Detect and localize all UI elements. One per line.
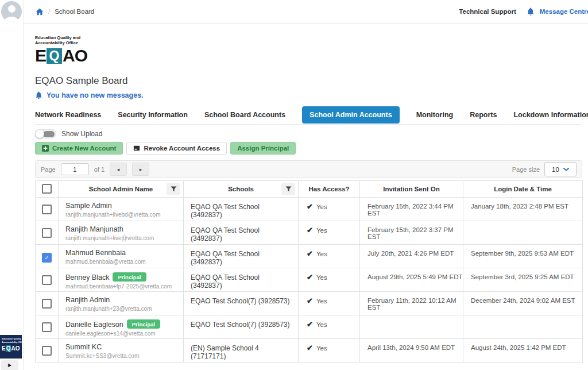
next-page-button[interactable]: ▸ <box>132 163 149 176</box>
eqao-q-square: Q <box>47 48 62 64</box>
table-row: Sample Adminranjith.manjunath+livebd@vre… <box>36 198 583 221</box>
table-row: Summit KCSummit.kc+SS3@vretta.com(EN) Sa… <box>36 339 583 363</box>
no-messages-text: You have no new messages. <box>47 91 144 99</box>
show-upload-row: Show Upload <box>35 129 582 138</box>
action-buttons: Create New Account Revoke Account Access… <box>35 142 582 155</box>
check-icon: ✔ <box>307 344 313 352</box>
admin-email: ranjith.manjunath+livebd@vretta.com <box>65 211 176 218</box>
show-upload-toggle[interactable] <box>35 129 56 138</box>
admin-email: ranjith.manjunath+23@vretta.com <box>65 306 176 312</box>
no-messages-bell-icon <box>35 91 42 99</box>
assign-principal-button[interactable]: Assign Principal <box>230 142 296 155</box>
select-all-checkbox[interactable] <box>42 184 52 194</box>
table-header-row: School Admin Name Schools Has Access? In… <box>36 181 583 198</box>
invitation-sent-cell: February 15th, 2022 3:37 PM EST <box>360 221 463 245</box>
row-checkbox[interactable] <box>42 322 52 332</box>
table-row: Ranjith Manjunathranjith.manjunath+live@… <box>36 221 583 245</box>
message-centre-link[interactable]: Message Centre <box>540 8 588 15</box>
school-cell: EQAO Test School(7) (3928573) <box>184 315 299 339</box>
principal-badge: Principal <box>127 319 160 329</box>
plus-square-icon <box>42 145 49 152</box>
admin-name: Ranjith Manjunath <box>65 225 123 233</box>
tab-school-admin-accounts[interactable]: School Admin Accounts <box>302 106 400 124</box>
admin-name: Ranjith Admin <box>65 296 110 304</box>
login-date-cell: September 9th, 2025 9:53 AM EDT <box>463 245 583 268</box>
admin-name: Summit KC <box>65 343 102 351</box>
play-icon: ▶ <box>8 363 11 368</box>
has-access-cell: ✔Yes <box>299 268 360 292</box>
principal-badge: Principal <box>113 272 146 282</box>
topbar: / School Board Technical Support Message… <box>23 0 588 24</box>
invitation-sent-cell: April 13th, 2024 9:50 AM EDT <box>360 339 463 363</box>
has-access-value: Yes <box>316 250 327 257</box>
has-access-cell: ✔Yes <box>299 339 360 363</box>
footer-logo: Education Quality and Accountability Off… <box>0 335 22 359</box>
admin-name-cell: Danielle EaglesonPrincipaldanielle.eagle… <box>59 315 184 339</box>
admin-email: mahmud.bennbaia@vretta.com <box>65 259 176 265</box>
has-access-value: Yes <box>316 274 327 281</box>
breadcrumb-current[interactable]: School Board <box>55 8 94 15</box>
prev-arrow-icon: ◂ <box>117 167 120 172</box>
login-date-cell: August 24th, 2025 1:42 PM EDT <box>463 339 583 363</box>
row-checkbox[interactable] <box>42 275 52 285</box>
invitation-sent-cell <box>360 315 463 339</box>
school-cell: EQAO Test School(7) (3928573) <box>184 292 299 315</box>
check-icon: ✔ <box>307 296 313 305</box>
row-checkbox[interactable]: ✓ <box>42 253 52 263</box>
tab-reports[interactable]: Reports <box>470 106 497 124</box>
technical-support-link[interactable]: Technical Support <box>459 8 516 15</box>
admin-email: mahmud.bennbaia+fp7-2025@vretta.com <box>65 283 176 290</box>
row-checkbox[interactable] <box>42 346 52 356</box>
left-rail: Education Quality and Accountability Off… <box>0 0 24 370</box>
filter-schools-button[interactable] <box>281 183 295 195</box>
login-date-cell: January 18th, 2023 2:48 PM EST <box>463 198 583 221</box>
row-checkbox[interactable] <box>42 228 52 238</box>
avatar[interactable] <box>1 1 22 22</box>
admin-name: Mahmud Bennbaia <box>65 249 126 257</box>
admin-name-cell: Benney BlackPrincipalmahmud.bennbaia+fp7… <box>59 268 184 292</box>
row-checkbox[interactable] <box>42 205 52 214</box>
page-input[interactable] <box>61 163 89 175</box>
brand-logo: Education Quality and Accountability Off… <box>35 35 582 65</box>
chevron-down-icon <box>563 168 569 171</box>
invitation-sent-cell: February 15th, 2022 3:44 PM EST <box>360 198 463 221</box>
tab-school-board-accounts[interactable]: School Board Accounts <box>204 106 285 124</box>
create-new-account-button[interactable]: Create New Account <box>35 142 123 155</box>
school-cell: EQAO QA Test School (3492837) <box>184 268 299 292</box>
tab-lockdown-information[interactable]: Lockdown Information <box>513 106 588 124</box>
of-label: of 1 <box>94 166 105 173</box>
admin-name-cell: Sample Adminranjith.manjunath+livebd@vre… <box>59 198 184 221</box>
footer-eqao-wordmark: EQAO <box>2 345 22 352</box>
has-access-cell: ✔Yes <box>299 245 360 268</box>
check-icon: ✔ <box>307 226 313 234</box>
footer-org-line2: Accountability Office <box>2 341 18 344</box>
admin-name-cell: Mahmud Bennbaiamahmud.bennbaia@vretta.co… <box>59 245 184 268</box>
row-checkbox[interactable] <box>42 299 52 309</box>
expand-sidebar-button[interactable]: ▶ <box>1 360 18 370</box>
table-row: Danielle EaglesonPrincipaldanielle.eagle… <box>36 315 583 339</box>
avatar-person-icon <box>8 5 16 13</box>
tab-security-information[interactable]: Security Information <box>118 106 188 124</box>
prev-page-button[interactable]: ◂ <box>110 163 127 176</box>
login-date-cell <box>463 315 583 339</box>
filter-admin-name-button[interactable] <box>167 183 180 195</box>
invitation-sent-cell: August 29th, 2025 5:49 PM EDT <box>360 268 463 292</box>
tab-monitoring[interactable]: Monitoring <box>416 106 454 124</box>
eqao-wordmark: E Q AO <box>35 47 582 65</box>
page-size-select[interactable]: 10 <box>544 162 577 176</box>
tab-network-readiness[interactable]: Network Readiness <box>35 106 101 124</box>
page-size-label: Page size <box>512 166 540 173</box>
page-title: EQAO Sample Board <box>35 75 582 87</box>
revoke-account-access-button[interactable]: Revoke Account Access <box>126 142 227 155</box>
page-label: Page <box>41 166 56 173</box>
has-access-cell: ✔Yes <box>299 198 360 221</box>
login-date-cell: December 24th, 2024 9:02 AM EST <box>463 292 583 315</box>
no-messages-notice: You have no new messages. <box>35 91 582 99</box>
col-header-schools: Schools <box>184 181 299 198</box>
check-icon: ✔ <box>307 320 313 329</box>
table-row: Benney BlackPrincipalmahmud.bennbaia+fp7… <box>36 268 583 292</box>
admin-email: danielle.eagleson+s14@vretta.com <box>65 330 176 337</box>
invitation-sent-cell: July 20th, 2021 4:26 PM EDT <box>360 245 463 268</box>
home-icon[interactable] <box>36 8 44 16</box>
message-centre-bell-icon <box>527 7 535 16</box>
